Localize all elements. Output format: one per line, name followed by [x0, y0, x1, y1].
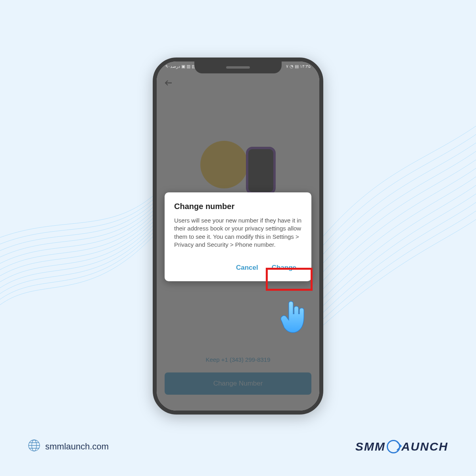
dialog-title: Change number: [174, 202, 302, 211]
phone-mockup: ۹۰درصد ▣ ▥ ▧ ◈ ۷ ◔ ▤ ۱۴:۳۵ Keep +1 (343)…: [153, 58, 323, 415]
phone-notch: [194, 61, 282, 73]
globe-icon: [28, 439, 40, 454]
brand-text-right: AUNCH: [401, 440, 448, 453]
pointer-hand-icon: [280, 299, 309, 336]
brand-logo: SMM AUNCH: [355, 440, 448, 453]
footer-url: smmlaunch.com: [45, 441, 109, 452]
brand-ring-icon: [387, 440, 400, 453]
status-right: ۷ ◔ ▤ ۱۴:۳۵: [286, 64, 311, 69]
highlight-change-button: [266, 268, 313, 291]
brand-text-left: SMM: [355, 440, 386, 453]
dialog-body: Users will see your new number if they h…: [174, 217, 302, 249]
footer: smmlaunch.com SMM AUNCH: [0, 439, 476, 454]
cancel-button[interactable]: Cancel: [230, 260, 264, 276]
